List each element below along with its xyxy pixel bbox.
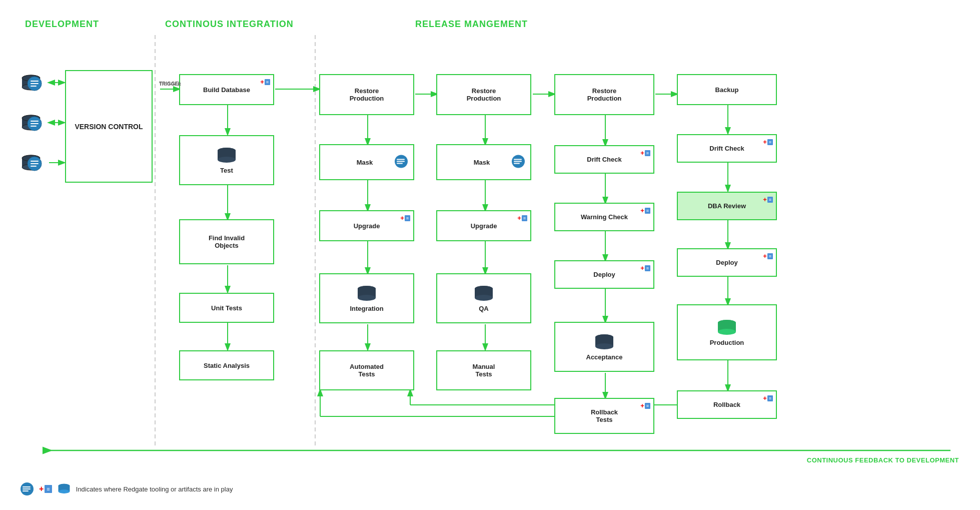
qa-db-box: QA xyxy=(436,273,531,323)
flyway-icon-1 xyxy=(27,76,42,93)
upgrade-2-label: Upgrade xyxy=(471,222,497,230)
static-analysis-box: Static Analysis xyxy=(179,350,274,380)
mask-1-box: Mask xyxy=(319,144,414,180)
flyway-icon-2 xyxy=(27,116,42,133)
restore-prod-2-box: RestoreProduction xyxy=(436,74,531,115)
development-header: DEVELOPMENT xyxy=(25,19,99,30)
drift-check-2-box: Drift Check + ≡ xyxy=(677,134,777,163)
integration-db-label: Integration xyxy=(350,305,383,312)
dba-review-box: DBA Review + ≡ xyxy=(677,192,777,220)
integration-db-box: Integration xyxy=(319,273,414,323)
unit-tests-label: Unit Tests xyxy=(211,304,242,312)
svg-point-69 xyxy=(595,334,613,340)
legend: + ≡ Indicates where Redgate tooling or a… xyxy=(20,482,233,496)
version-control-box: VERSION CONTROL xyxy=(65,70,153,183)
svg-point-60 xyxy=(358,286,376,292)
upgrade-2-box: Upgrade + ≡ xyxy=(436,210,531,241)
restore-prod-1-box: RestoreProduction xyxy=(319,74,414,115)
svg-point-77 xyxy=(58,489,70,493)
legend-doc: ≡ xyxy=(45,485,52,493)
build-database-label: Build Database xyxy=(203,86,250,94)
trigger-label-positioned: TRIGGER xyxy=(159,82,182,87)
deploy-2-box: Deploy + ≡ xyxy=(677,248,777,277)
rollback-2-label: Rollback xyxy=(713,401,740,408)
drift-check-1-box: Drift Check + ≡ xyxy=(554,145,654,174)
ci-header: CONTINOUS INTEGRATION xyxy=(165,19,294,30)
test-box: Test xyxy=(179,135,274,185)
legend-db-icon xyxy=(57,483,71,495)
build-database-box: Build Database + ≡ xyxy=(179,74,274,105)
qa-db-label: QA xyxy=(479,305,489,312)
restore-prod-1-label: RestoreProduction xyxy=(350,87,384,102)
flyway-mask-1 xyxy=(394,155,408,169)
release-header: RELEASE MANGEMENT xyxy=(415,19,528,30)
svg-point-55 xyxy=(218,148,236,154)
find-invalid-box: Find InvalidObjects xyxy=(179,219,274,264)
legend-flyway-icon xyxy=(20,482,34,496)
rollback-2-box: Rollback + ≡ xyxy=(677,390,777,419)
dba-review-label: DBA Review xyxy=(708,202,746,210)
flyway-mask-2 xyxy=(511,155,525,169)
svg-point-64 xyxy=(475,295,493,301)
legend-plus: + xyxy=(39,484,44,493)
drift-check-1-label: Drift Check xyxy=(587,156,621,163)
restore-prod-2-label: RestoreProduction xyxy=(467,87,501,102)
production-db-label: Production xyxy=(710,339,744,346)
redgate-doc-1: ≡ xyxy=(265,79,270,85)
redgate-plus-1: + xyxy=(260,78,264,86)
deploy-2-label: Deploy xyxy=(716,259,737,266)
mask-2-label: Mask xyxy=(474,159,490,166)
warning-check-box: Warning Check + ≡ xyxy=(554,203,654,231)
svg-point-54 xyxy=(218,157,236,163)
unit-tests-box: Unit Tests xyxy=(179,293,274,323)
svg-point-73 xyxy=(718,320,736,326)
backup-label: Backup xyxy=(715,86,739,94)
feedback-label: CONTINUOUS FEEDBACK TO DEVELOPMENT xyxy=(807,456,959,464)
flyway-icon-3 xyxy=(27,156,42,173)
svg-point-65 xyxy=(475,286,493,292)
drift-check-2-label: Drift Check xyxy=(709,145,744,152)
test-label: Test xyxy=(220,167,233,174)
warning-check-label: Warning Check xyxy=(581,213,628,221)
find-invalid-label: Find InvalidObjects xyxy=(209,234,245,249)
legend-text: Indicates where Redgate tooling or artif… xyxy=(76,485,233,493)
mask-1-label: Mask xyxy=(357,159,373,166)
acceptance-db-box: Acceptance xyxy=(554,322,654,372)
upgrade-1-box: Upgrade + ≡ xyxy=(319,210,414,241)
restore-prod-3-box: RestoreProduction xyxy=(554,74,654,115)
acceptance-label: Acceptance xyxy=(586,353,623,361)
automated-tests-box: AutomatedTests xyxy=(319,350,414,390)
restore-prod-3-label: RestoreProduction xyxy=(587,87,622,102)
automated-tests-label: AutomatedTests xyxy=(350,363,384,378)
svg-point-72 xyxy=(718,329,736,335)
deploy-1-box: Deploy + ≡ xyxy=(554,260,654,289)
version-control-label: VERSION CONTROL xyxy=(75,123,143,131)
diagram-container: DEVELOPMENT CONTINOUS INTEGRATION RELEAS… xyxy=(0,0,980,510)
rollback-tests-1-label: RollbackTests xyxy=(591,408,618,423)
rollback-tests-1-box: RollbackTests + ≡ xyxy=(554,398,654,434)
upgrade-1-label: Upgrade xyxy=(354,222,380,230)
svg-point-78 xyxy=(58,484,70,488)
backup-box: Backup xyxy=(677,74,777,105)
production-db-box: Production xyxy=(677,304,777,360)
legend-redgate-icon: + ≡ xyxy=(39,484,52,493)
static-analysis-label: Static Analysis xyxy=(204,362,250,369)
deploy-1-label: Deploy xyxy=(593,271,615,278)
svg-point-59 xyxy=(358,295,376,301)
mask-2-box: Mask xyxy=(436,144,531,180)
manual-tests-label: ManualTests xyxy=(473,363,495,378)
svg-point-68 xyxy=(595,343,613,349)
manual-tests-box: ManualTests xyxy=(436,350,531,390)
